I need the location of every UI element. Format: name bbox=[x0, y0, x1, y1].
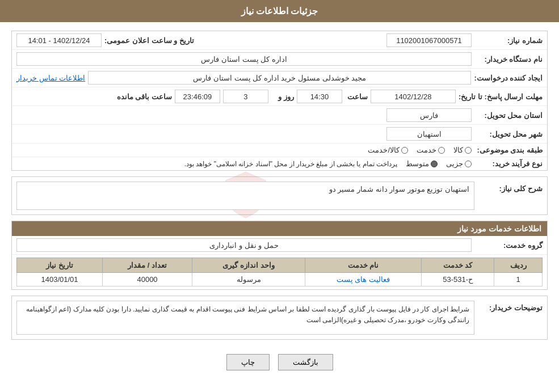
buyer-org-row: نام دستگاه خریدار: اداره کل پست استان فا… bbox=[12, 50, 547, 69]
services-table-container: ردیف کد خدمت نام خدمت واحد اندازه گیری ت… bbox=[12, 255, 547, 289]
category-option-kala[interactable]: کالا bbox=[453, 146, 472, 154]
purchase-label-jozi: جزیی bbox=[446, 159, 463, 168]
creator-row: ایجاد کننده درخواست: مجید خوشدلی مسئول خ… bbox=[12, 69, 547, 87]
deadline-days-label: روز و bbox=[271, 92, 294, 101]
category-radio-kala bbox=[465, 147, 472, 154]
creator-link[interactable]: اطلاعات تماس خریدار bbox=[16, 74, 85, 82]
service-group-row: گروه خدمت: حمل و نقل و انبارداری bbox=[12, 236, 547, 255]
col-quantity: تعداد / مقدار bbox=[103, 258, 192, 273]
deadline-remaining: 23:46:09 bbox=[175, 90, 220, 103]
province-label: استان محل تحویل: bbox=[474, 111, 543, 120]
city-row: شهر محل تحویل: استهبان bbox=[12, 125, 547, 144]
buyer-description-section: توضیحات خریدار: شرایط اجرای کار در فایل … bbox=[11, 296, 548, 340]
col-service-code: کد خدمت bbox=[421, 258, 494, 273]
date-label: تاریخ و ساعت اعلان عمومی: bbox=[104, 36, 194, 45]
table-row: 1ح-531-53فعالیت های پستمرسوله400001403/0… bbox=[17, 273, 543, 286]
need-description-label: شرح کلی نیاز: bbox=[474, 182, 543, 193]
table-cell: 40000 bbox=[103, 273, 192, 286]
city-label: شهر محل تحویل: bbox=[474, 130, 543, 138]
buyer-description-value: شرایط اجرای کار در فایل پیوست بار گذاری … bbox=[16, 301, 474, 335]
deadline-days: 3 bbox=[223, 90, 268, 103]
category-row: طبقه بندی موضوعی: کالا خدمت کالا/خدمت bbox=[12, 144, 547, 157]
services-section: اطلاعات خدمات مورد نیاز گروه خدمت: حمل و… bbox=[11, 221, 548, 290]
deadline-row: مهلت ارسال پاسخ: تا تاریخ: 1402/12/28 سا… bbox=[12, 87, 547, 106]
purchase-type-note: پرداخت تمام یا بخشی از مبلغ خریدار از مح… bbox=[184, 160, 397, 168]
buyer-org-label: نام دستگاه خریدار: bbox=[474, 55, 543, 64]
category-option-khedmat[interactable]: خدمت bbox=[417, 146, 445, 154]
deadline-time: 14:30 bbox=[297, 90, 342, 103]
need-number-value: 1102001067000571 bbox=[386, 33, 472, 47]
purchase-radio-motavaset bbox=[431, 161, 438, 167]
page-wrapper: جزئیات اطلاعات نیاز شماره نیاز: 11020010… bbox=[0, 0, 559, 392]
purchase-label-motavaset: متوسط bbox=[406, 159, 429, 168]
need-number-row: شماره نیاز: 1102001067000571 تاریخ و ساع… bbox=[12, 31, 547, 50]
need-description-section: شرح کلی نیاز: استهبان توزیع موتور سوار د… bbox=[11, 176, 548, 215]
creator-label: ایجاد کننده درخواست: bbox=[474, 74, 543, 82]
category-radio-khedmat bbox=[438, 147, 445, 154]
services-header: اطلاعات خدمات مورد نیاز bbox=[12, 221, 547, 236]
col-date: تاریخ نیاز bbox=[17, 258, 103, 273]
date-value: 1402/12/24 - 14:01 bbox=[16, 33, 102, 47]
need-number-label: شماره نیاز: bbox=[474, 36, 543, 45]
purchase-type-option-motavaset[interactable]: متوسط bbox=[406, 159, 438, 168]
purchase-type-row: نوع فرآیند خرید: جزیی متوسط پرداخت تمام … bbox=[12, 157, 547, 170]
back-button[interactable]: بازگشت bbox=[278, 354, 333, 370]
button-row: بازگشت چاپ bbox=[11, 345, 548, 379]
table-cell: 1403/01/01 bbox=[17, 273, 103, 286]
col-row: ردیف bbox=[494, 258, 543, 273]
table-cell: 1 bbox=[494, 273, 543, 286]
buyer-org-value: اداره کل پست استان فارس bbox=[16, 52, 472, 66]
page-header: جزئیات اطلاعات نیاز bbox=[0, 0, 559, 22]
city-value: استهبان bbox=[386, 127, 472, 141]
page-title: جزئیات اطلاعات نیاز bbox=[241, 6, 318, 16]
creator-value: مجید خوشدلی مسئول خرید اداره کل پست استا… bbox=[88, 71, 471, 85]
service-group-value: حمل و نقل و انبارداری bbox=[16, 238, 472, 252]
deadline-label: مهلت ارسال پاسخ: تا تاریخ: bbox=[459, 92, 543, 101]
category-label: طبقه بندی موضوعی: bbox=[474, 146, 543, 154]
province-row: استان محل تحویل: فارس bbox=[12, 106, 547, 125]
service-group-label: گروه خدمت: bbox=[474, 241, 543, 250]
purchase-type-option-jozi[interactable]: جزیی bbox=[446, 159, 472, 168]
buyer-description-label: توضیحات خریدار: bbox=[474, 301, 543, 312]
need-description-value: استهبان توزیع موتور سوار دانه شمار مسیر … bbox=[16, 182, 474, 210]
category-label-both: کالا/خدمت bbox=[368, 146, 400, 154]
category-label-khedmat: خدمت bbox=[417, 146, 436, 154]
services-table: ردیف کد خدمت نام خدمت واحد اندازه گیری ت… bbox=[16, 258, 543, 286]
deadline-remaining-label: ساعت باقی مانده bbox=[115, 92, 172, 101]
table-cell: مرسوله bbox=[192, 273, 305, 286]
purchase-type-label: نوع فرآیند خرید: bbox=[474, 159, 543, 168]
main-info-section: شماره نیاز: 1102001067000571 تاریخ و ساع… bbox=[11, 31, 548, 171]
deadline-date: 1402/12/28 bbox=[371, 90, 456, 103]
deadline-time-label: ساعت bbox=[345, 92, 368, 101]
purchase-type-radio-group: جزیی متوسط bbox=[406, 159, 472, 168]
category-radio-group: کالا خدمت کالا/خدمت bbox=[368, 146, 472, 154]
category-radio-both bbox=[401, 147, 408, 154]
col-service-name: نام خدمت bbox=[305, 258, 422, 273]
table-cell: فعالیت های پست bbox=[305, 273, 422, 286]
col-unit: واحد اندازه گیری bbox=[192, 258, 305, 273]
content-area: شماره نیاز: 1102001067000571 تاریخ و ساع… bbox=[0, 22, 559, 387]
table-cell: ح-531-53 bbox=[421, 273, 494, 286]
province-value: فارس bbox=[386, 108, 472, 122]
purchase-radio-jozi bbox=[465, 161, 472, 167]
category-label-kala: کالا bbox=[453, 146, 463, 154]
print-button[interactable]: چاپ bbox=[226, 354, 270, 370]
category-option-both[interactable]: کالا/خدمت bbox=[368, 146, 408, 154]
